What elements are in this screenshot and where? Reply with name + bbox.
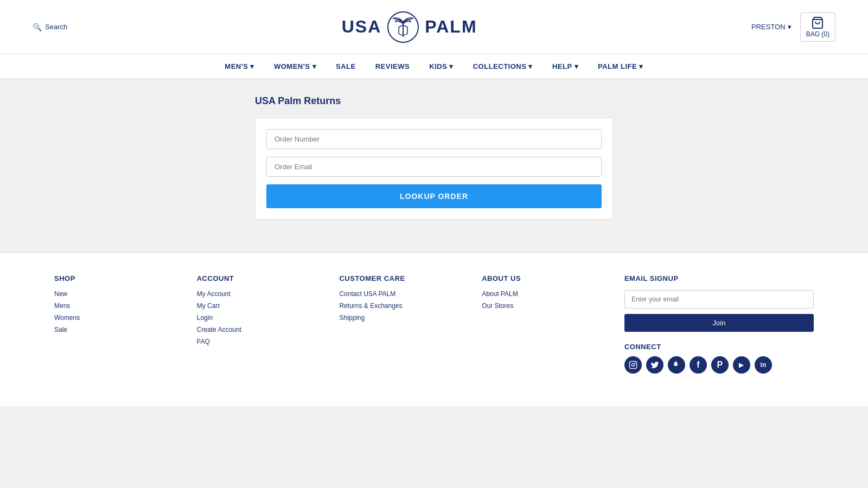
search-label: Search <box>45 23 67 31</box>
footer-customer-care: CUSTOMER CARE Contact USA PALM Returns &… <box>339 274 465 374</box>
footer: SHOP New Mens Womens Sale ACCOUNT My Acc… <box>0 252 868 406</box>
order-email-input[interactable] <box>266 157 602 177</box>
search-icon: 🔍 <box>33 23 42 31</box>
linkedin-icon[interactable]: in <box>755 356 772 374</box>
nav-chevron-womens: ▾ <box>312 62 317 70</box>
nav-item-reviews[interactable]: REVIEWS <box>375 62 410 70</box>
nav-item-help[interactable]: HELP ▾ <box>552 62 578 70</box>
lookup-order-button[interactable]: LOOKUP ORDER <box>266 184 602 208</box>
nav-chevron-palm-life: ▾ <box>639 62 643 70</box>
footer-shop: SHOP New Mens Womens Sale <box>54 274 181 374</box>
social-icons: f P ▶ in <box>624 356 814 374</box>
footer-about-us: ABOUT US About PALM Our Stores <box>482 274 608 374</box>
footer-about-us-title: ABOUT US <box>482 274 608 282</box>
nav-item-womens[interactable]: WOMEN'S ▾ <box>274 62 316 70</box>
footer-account: ACCOUNT My Account My Cart Login Create … <box>197 274 323 374</box>
header: 🔍 Search USA PALM <box>0 0 868 54</box>
nav-item-kids[interactable]: KIDS ▾ <box>429 62 454 70</box>
join-label: Join <box>713 319 726 327</box>
nav-label-kids: KIDS <box>429 62 447 70</box>
join-button[interactable]: Join <box>624 314 814 332</box>
youtube-icon[interactable]: ▶ <box>733 356 750 374</box>
page-wrapper: 🔍 Search USA PALM <box>0 0 868 488</box>
footer-link-my-cart[interactable]: My Cart <box>197 302 323 310</box>
nav-chevron-collections: ▾ <box>528 62 533 70</box>
bag-button[interactable]: BAG (0) <box>800 12 835 42</box>
svg-point-5 <box>635 362 636 363</box>
instagram-icon[interactable] <box>624 356 642 374</box>
footer-shop-title: SHOP <box>54 274 181 282</box>
footer-link-create-account[interactable]: Create Account <box>197 326 323 333</box>
nav-label-help: HELP <box>552 62 572 70</box>
footer-link-my-account[interactable]: My Account <box>197 290 323 298</box>
nav-label-collections: COLLECTIONS <box>473 62 527 70</box>
nav-item-mens[interactable]: MEN'S ▾ <box>225 62 254 70</box>
nav-chevron-mens: ▾ <box>250 62 254 70</box>
nav-label-palm-life: PALM LIFE <box>598 62 637 70</box>
search-area[interactable]: 🔍 Search <box>33 23 67 31</box>
connect-title: CONNECT <box>624 343 814 351</box>
main-content: USA Palm Returns LOOKUP ORDER <box>244 79 624 236</box>
facebook-icon[interactable]: f <box>690 356 707 374</box>
returns-form: LOOKUP ORDER <box>255 118 613 220</box>
nav-label-reviews: REVIEWS <box>375 62 410 70</box>
footer-link-shipping[interactable]: Shipping <box>339 314 465 322</box>
nav-label-mens: MEN'S <box>225 62 248 70</box>
logo-palm: PALM <box>425 17 477 37</box>
bag-icon <box>811 16 824 29</box>
footer-customer-care-title: CUSTOMER CARE <box>339 274 465 282</box>
footer-link-our-stores[interactable]: Our Stores <box>482 302 608 310</box>
footer-email-title: EMAIL SIGNUP <box>624 274 814 282</box>
nav-label-womens: WOMEN'S <box>274 62 310 70</box>
user-label: PRESTON <box>751 23 786 31</box>
nav-item-palm-life[interactable]: PALM LIFE ▾ <box>598 62 643 70</box>
svg-rect-3 <box>629 361 636 368</box>
footer-link-mens[interactable]: Mens <box>54 302 181 310</box>
user-button[interactable]: PRESTON ▾ <box>751 23 792 31</box>
logo-usa: USA <box>342 17 382 37</box>
nav-item-collections[interactable]: COLLECTIONS ▾ <box>473 62 533 70</box>
footer-link-new[interactable]: New <box>54 290 181 298</box>
page-title: USA Palm Returns <box>255 95 613 107</box>
logo-emblem <box>387 11 419 43</box>
twitter-icon[interactable] <box>646 356 663 374</box>
logo-text: USA PALM <box>342 11 477 43</box>
nav-chevron-kids: ▾ <box>449 62 454 70</box>
nav-label-sale: SALE <box>336 62 356 70</box>
snapchat-icon[interactable] <box>668 356 685 374</box>
svg-point-4 <box>631 363 634 366</box>
footer-link-contact[interactable]: Contact USA PALM <box>339 290 465 298</box>
footer-link-womens[interactable]: Womens <box>54 314 181 322</box>
footer-link-about-palm[interactable]: About PALM <box>482 290 608 298</box>
header-right: PRESTON ▾ BAG (0) <box>751 12 835 42</box>
footer-grid: SHOP New Mens Womens Sale ACCOUNT My Acc… <box>54 274 814 374</box>
nav-chevron-help: ▾ <box>575 62 579 70</box>
bag-label: BAG (0) <box>806 30 829 38</box>
footer-link-returns[interactable]: Returns & Exchanges <box>339 302 465 310</box>
logo[interactable]: USA PALM <box>342 11 477 43</box>
footer-link-sale[interactable]: Sale <box>54 326 181 333</box>
footer-link-login[interactable]: Login <box>197 314 323 322</box>
nav-bar: MEN'S ▾ WOMEN'S ▾ SALE REVIEWS KIDS ▾ CO… <box>0 54 868 79</box>
order-number-input[interactable] <box>266 129 602 149</box>
email-signup-input[interactable] <box>624 290 814 309</box>
pinterest-icon[interactable]: P <box>711 356 729 374</box>
lookup-button-label: LOOKUP ORDER <box>400 192 468 201</box>
footer-account-title: ACCOUNT <box>197 274 323 282</box>
footer-email-connect: EMAIL SIGNUP Join CONNECT f <box>624 274 814 374</box>
footer-link-faq[interactable]: FAQ <box>197 338 323 345</box>
user-chevron-icon: ▾ <box>788 23 792 31</box>
nav-item-sale[interactable]: SALE <box>336 62 356 70</box>
